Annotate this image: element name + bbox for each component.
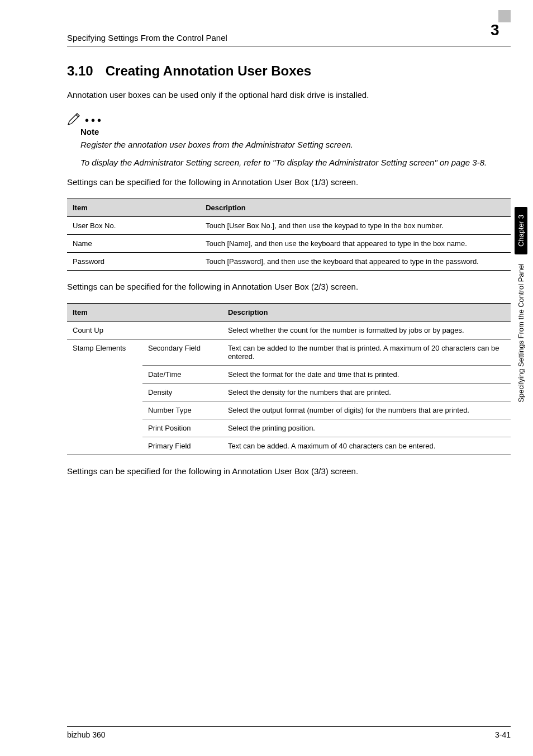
t2-r1-item: Count Up bbox=[67, 321, 222, 339]
footer-left: bizhub 360 bbox=[67, 730, 106, 739]
t1-header-desc: Description bbox=[200, 199, 511, 217]
note-dots: ••• bbox=[85, 115, 103, 126]
section-number: 3.10 bbox=[67, 63, 93, 79]
intro-paragraph: Annotation user boxes can be used only i… bbox=[67, 89, 511, 101]
running-header: Specifying Settings From the Control Pan… bbox=[67, 22, 511, 46]
t2-r2-sub: Secondary Field bbox=[142, 339, 222, 365]
t1-r3-desc: Touch [Password], and then use the keybo… bbox=[200, 253, 511, 271]
table1-intro: Settings can be specified for the follow… bbox=[67, 176, 511, 188]
side-tab-chapter: Chapter 3 bbox=[515, 207, 527, 254]
running-title: Specifying Settings From the Control Pan… bbox=[67, 33, 227, 42]
table2-intro: Settings can be specified for the follow… bbox=[67, 281, 511, 293]
note-paragraph-2: To display the Administrator Setting scr… bbox=[80, 157, 511, 169]
t2-r4-desc: Select the density for the numbers that … bbox=[222, 383, 511, 401]
side-tab-section: Specifying Settings From the Control Pan… bbox=[516, 261, 526, 405]
t2-group-label: Stamp Elements bbox=[67, 339, 142, 455]
footer-right: 3-41 bbox=[495, 730, 511, 739]
t2-r6-sub: Print Position bbox=[142, 419, 222, 437]
pen-icon bbox=[67, 111, 82, 126]
side-tabs: Chapter 3 Specifying Settings From the C… bbox=[515, 207, 527, 405]
t2-header-item: Item bbox=[67, 303, 222, 321]
chapter-mark: 3 bbox=[491, 22, 511, 42]
chapter-number: 3 bbox=[491, 22, 511, 38]
table3-intro: Settings can be specified for the follow… bbox=[67, 465, 511, 478]
page-footer: bizhub 360 3-41 bbox=[67, 726, 511, 739]
settings-table-1: Item Description User Box No. Touch [Use… bbox=[67, 199, 511, 271]
settings-table-2: Item Description Count Up Select whether… bbox=[67, 303, 511, 455]
t2-r7-sub: Primary Field bbox=[142, 437, 222, 455]
note-block: ••• Note Register the annotation user bo… bbox=[67, 111, 511, 169]
t1-header-item: Item bbox=[67, 199, 200, 217]
t1-r1-item: User Box No. bbox=[67, 217, 200, 235]
section-title: Creating Annotation User Boxes bbox=[106, 63, 312, 79]
t2-r7-desc: Text can be added. A maximum of 40 chara… bbox=[222, 437, 511, 455]
t1-r2-desc: Touch [Name], and then use the keyboard … bbox=[200, 235, 511, 253]
t2-r5-sub: Number Type bbox=[142, 401, 222, 419]
t1-r2-item: Name bbox=[67, 235, 200, 253]
t2-r1-desc: Select whether the count for the number … bbox=[222, 321, 511, 339]
t2-r3-desc: Select the format for the date and time … bbox=[222, 365, 511, 383]
note-icon: ••• bbox=[67, 111, 511, 126]
t2-r2-desc: Text can be added to the number that is … bbox=[222, 339, 511, 365]
t1-r3-item: Password bbox=[67, 253, 200, 271]
t2-r3-sub: Date/Time bbox=[142, 365, 222, 383]
t2-r5-desc: Select the output format (number of digi… bbox=[222, 401, 511, 419]
t2-r4-sub: Density bbox=[142, 383, 222, 401]
t2-r6-desc: Select the printing position. bbox=[222, 419, 511, 437]
section-heading: 3.10 Creating Annotation User Boxes bbox=[67, 63, 511, 79]
note-label: Note bbox=[80, 127, 511, 136]
chapter-tab-decoration bbox=[498, 10, 511, 22]
t2-header-desc: Description bbox=[222, 303, 511, 321]
note-paragraph-1: Register the annotation user boxes from … bbox=[80, 139, 511, 151]
t1-r1-desc: Touch [User Box No.], and then use the k… bbox=[200, 217, 511, 235]
